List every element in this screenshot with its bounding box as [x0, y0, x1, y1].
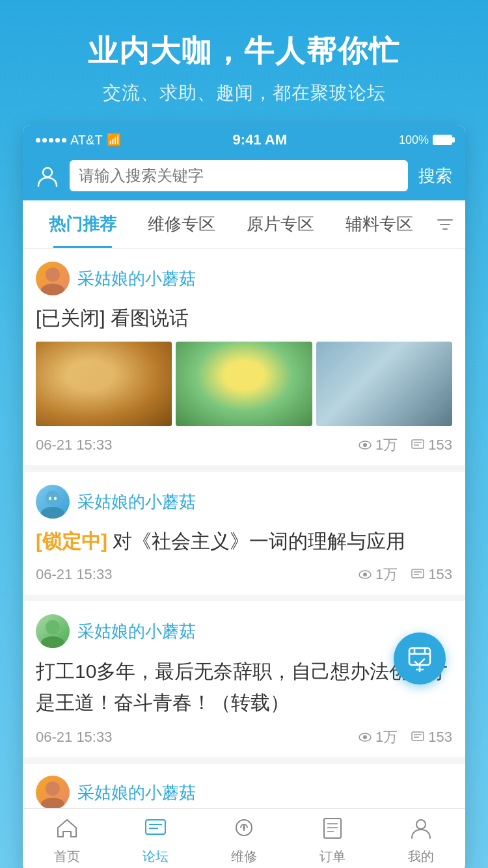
- filter-icon[interactable]: [435, 215, 455, 234]
- post-card-2: 采姑娘的小蘑菇 [锁定中] 对《社会主义》一词的理解与应用 06-21 15:3…: [23, 472, 465, 595]
- tab-original[interactable]: 原片专区: [231, 200, 330, 248]
- post-stats-3: 1万 153: [358, 727, 452, 747]
- wrench-icon: [232, 816, 256, 845]
- post-meta-3: 06-21 15:33 1万: [36, 727, 452, 747]
- phone-frame: AT&T 📶 9:41 AM 100% 搜索 热门推荐 维修专区 原片专区 辅料…: [23, 125, 465, 868]
- post-title-main-2: 对《社会主义》一词的理解与应用: [113, 530, 405, 552]
- search-input-wrap[interactable]: [70, 160, 408, 191]
- order-icon: [321, 816, 344, 845]
- post-images-1: [36, 342, 452, 426]
- post-meta-2: 06-21 15:33 1万: [36, 565, 452, 584]
- post-author-3[interactable]: 采姑娘的小蘑菇: [36, 614, 452, 648]
- forum-icon: [144, 816, 167, 845]
- views-count-3: 1万: [375, 727, 398, 747]
- signal-dots: [36, 138, 66, 142]
- banner-subtitle: 交流、求助、趣闻，都在聚玻论坛: [0, 81, 488, 105]
- carrier-label: AT&T: [70, 133, 103, 148]
- svg-rect-29: [409, 648, 430, 665]
- comments-stat-2: 153: [411, 566, 452, 583]
- nav-mine[interactable]: 我的: [377, 809, 465, 868]
- svg-rect-17: [412, 569, 424, 578]
- dot5: [62, 138, 66, 142]
- home-icon: [55, 816, 79, 845]
- svg-point-0: [43, 168, 52, 177]
- svg-point-21: [41, 636, 64, 648]
- author-name-1: 采姑娘的小蘑菇: [77, 267, 196, 290]
- nav-repair-label: 维修: [231, 848, 257, 865]
- svg-point-27: [46, 781, 60, 796]
- post-meta-1: 06-21 15:33 1万: [36, 435, 452, 455]
- svg-point-13: [49, 497, 51, 500]
- nav-forum[interactable]: 论坛: [111, 809, 200, 868]
- post-title-1[interactable]: [已关闭] 看图说话: [36, 303, 452, 332]
- dot4: [55, 138, 60, 142]
- status-right: 100%: [399, 133, 452, 147]
- dot2: [42, 138, 47, 142]
- views-stat-3: 1万: [358, 727, 398, 747]
- banner: 业内大咖，牛人帮你忙 交流、求助、趣闻，都在聚玻论坛: [0, 0, 488, 125]
- svg-point-16: [363, 573, 367, 576]
- svg-point-28: [41, 798, 64, 808]
- comments-count-3: 153: [428, 729, 452, 746]
- svg-point-45: [416, 820, 426, 829]
- tab-repair[interactable]: 维修专区: [132, 200, 231, 248]
- post-author-1[interactable]: 采姑娘的小蘑菇: [36, 262, 452, 295]
- svg-point-20: [46, 620, 60, 634]
- battery-icon: [433, 135, 452, 145]
- svg-point-12: [41, 507, 64, 519]
- svg-point-14: [54, 497, 57, 500]
- post-card-1: 采姑娘的小蘑菇 [已关闭] 看图说话 06-21 15:33: [23, 249, 465, 465]
- tab-material[interactable]: 辅料专区: [330, 200, 429, 248]
- nav-mine-label: 我的: [408, 848, 434, 865]
- svg-rect-24: [412, 732, 424, 740]
- user-icon: [409, 816, 433, 845]
- dot1: [36, 138, 40, 142]
- nav-order[interactable]: 订单: [288, 809, 377, 868]
- avatar-partial: [36, 776, 70, 808]
- nav-home[interactable]: 首页: [23, 809, 111, 868]
- post-card-3: 采姑娘的小蘑菇 打工10多年，最后无奈辞职，自己想办法创业才是王道！奋斗青春！（…: [23, 601, 465, 757]
- svg-rect-41: [324, 819, 341, 838]
- user-avatar-icon[interactable]: [33, 161, 62, 190]
- comments-count-1: 153: [428, 437, 452, 454]
- views-stat-1: 1万: [358, 435, 398, 455]
- author-name-2: 采姑娘的小蘑菇: [77, 491, 196, 513]
- svg-point-7: [363, 443, 367, 447]
- nav-forum-label: 论坛: [142, 848, 169, 865]
- post-body-3: 打工10多年，最后无奈辞职，自己想办法创业才是王道！奋斗青春！（转载）: [36, 656, 452, 718]
- search-bar: 搜索: [23, 154, 465, 200]
- post-author-2[interactable]: 采姑娘的小蘑菇: [36, 485, 452, 519]
- svg-point-11: [46, 491, 60, 505]
- comments-stat-1: 153: [411, 437, 452, 454]
- post-image-1-3[interactable]: [316, 342, 452, 426]
- comments-count-2: 153: [428, 566, 452, 583]
- views-count-2: 1万: [375, 565, 398, 584]
- views-count-1: 1万: [375, 435, 398, 455]
- svg-rect-35: [146, 820, 165, 834]
- tab-hot[interactable]: 热门推荐: [33, 200, 132, 248]
- post-card-partial: 采姑娘的小蘑菇: [23, 764, 465, 808]
- post-title-2[interactable]: [锁定中] 对《社会主义》一词的理解与应用: [36, 526, 452, 556]
- battery-percent: 100%: [399, 133, 429, 147]
- post-date-1: 06-21 15:33: [36, 437, 112, 454]
- nav-repair[interactable]: 维修: [200, 809, 288, 868]
- svg-point-5: [41, 284, 64, 295]
- comments-stat-3: 153: [411, 729, 452, 746]
- nav-home-label: 首页: [54, 848, 80, 865]
- post-list: 采姑娘的小蘑菇 [已关闭] 看图说话 06-21 15:33: [23, 249, 465, 808]
- post-date-2: 06-21 15:33: [36, 566, 112, 583]
- nav-order-label: 订单: [319, 848, 346, 865]
- avatar-1: [36, 262, 70, 295]
- wifi-icon: 📶: [107, 133, 121, 147]
- svg-point-40: [243, 826, 245, 829]
- post-image-1-2[interactable]: [176, 342, 312, 426]
- avatar-3: [36, 614, 70, 648]
- svg-point-23: [363, 735, 367, 739]
- post-image-1-1[interactable]: [36, 342, 172, 426]
- search-button[interactable]: 搜索: [416, 165, 455, 187]
- search-input[interactable]: [79, 167, 399, 185]
- fab-button[interactable]: [394, 632, 446, 685]
- svg-rect-8: [412, 440, 424, 448]
- svg-point-4: [46, 267, 60, 282]
- partial-author-name: 采姑娘的小蘑菇: [77, 781, 196, 804]
